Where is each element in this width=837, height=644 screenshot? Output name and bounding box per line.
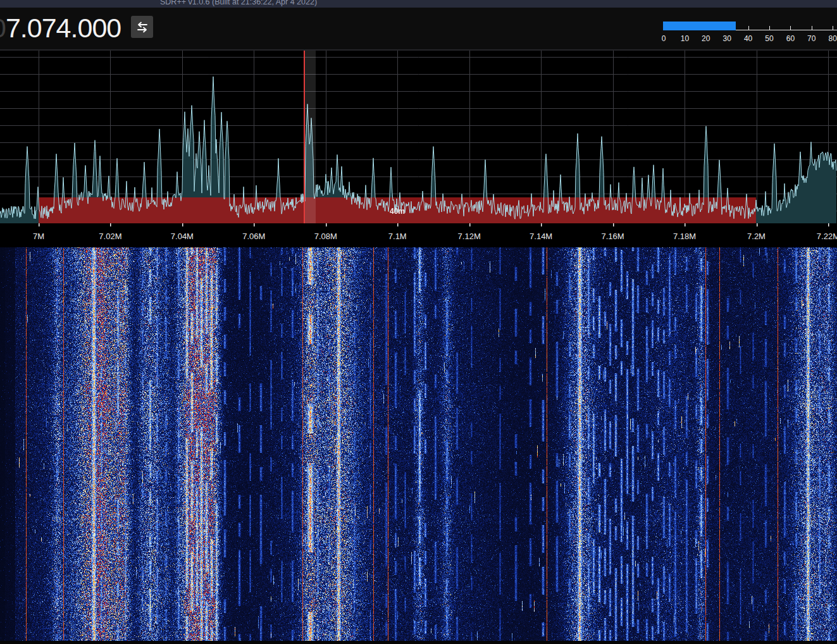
zoom-slider-tick-label: 30 <box>723 34 731 43</box>
top-menubar: 07.074.000 01020304050607080 <box>0 8 837 51</box>
frequency-axis-label: 7.1M <box>388 232 407 241</box>
frequency-axis-label: 7.08M <box>314 232 337 241</box>
frequency-axis-label: 7.2M <box>747 232 766 241</box>
zoom-slider-tick-label: 60 <box>786 34 795 43</box>
frequency-axis-label: 7.04M <box>171 232 194 241</box>
zoom-slider-tick-label: 50 <box>765 34 773 43</box>
frequency-axis-label: 7.06M <box>242 232 265 241</box>
frequency-axis-label: 7.22M <box>817 232 837 241</box>
zoom-slider-tick-label: 0 <box>662 34 666 43</box>
app-titlebar: SDR++ v1.0.6 (Built at 21:36:22, Apr 4 2… <box>0 0 837 8</box>
zoom-slider-tick <box>769 26 770 30</box>
zoom-slider-tick-label: 10 <box>681 34 689 43</box>
frequency-axis-label: 7.16M <box>602 232 624 241</box>
frequency-axis[interactable]: 7M7.02M7.04M7.06M7.08M7.1M7.12M7.14M7.16… <box>0 226 837 247</box>
zoom-slider[interactable]: 01020304050607080 <box>0 8 837 49</box>
zoom-slider-tick-label: 40 <box>744 34 752 43</box>
waterfall-canvas[interactable] <box>0 247 837 641</box>
zoom-slider-tick <box>812 26 812 30</box>
zoom-slider-tick <box>748 26 749 30</box>
sdrpp-window: { "titlebar": { "title": "SDR++ v1.0.6 (… <box>0 0 837 644</box>
bottom-strip <box>0 641 837 644</box>
frequency-axis-label: 7.14M <box>530 232 552 241</box>
frequency-axis-label: 7M <box>33 232 44 241</box>
window-title: SDR++ v1.0.6 (Built at 21:36:22, Apr 4 2… <box>160 0 317 6</box>
zoom-slider-tick <box>790 26 791 30</box>
fft-spectrum-canvas[interactable] <box>0 51 837 226</box>
frequency-axis-label: 7.12M <box>458 232 481 241</box>
zoom-slider-fill[interactable] <box>663 22 736 30</box>
zoom-slider-tick-label: 20 <box>702 34 710 43</box>
frequency-axis-label: 7.02M <box>99 232 121 241</box>
zoom-slider-tick <box>833 26 833 30</box>
frequency-axis-label: 7.18M <box>673 232 696 241</box>
zoom-slider-tick-label: 70 <box>807 34 815 43</box>
zoom-slider-tick-label: 80 <box>829 34 837 43</box>
